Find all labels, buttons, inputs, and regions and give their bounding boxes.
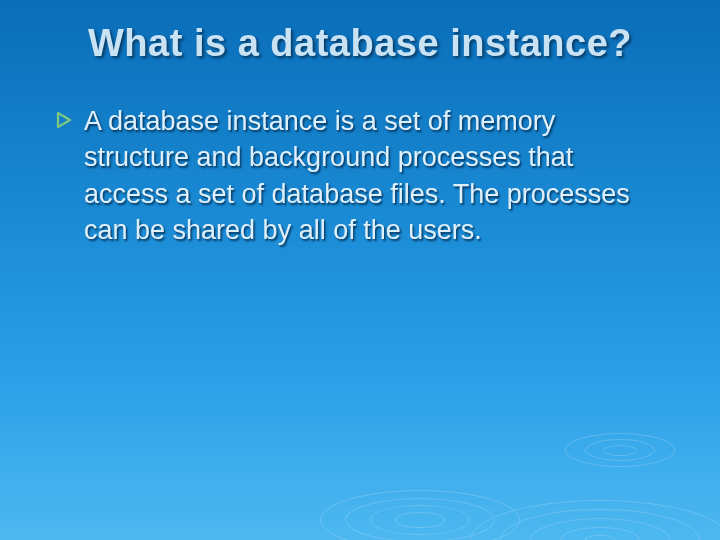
slide-body: A database instance is a set of memory s… bbox=[0, 65, 720, 249]
bullet-item: A database instance is a set of memory s… bbox=[56, 103, 664, 249]
chevron-right-icon bbox=[56, 111, 74, 133]
bullet-text: A database instance is a set of memory s… bbox=[84, 103, 664, 249]
slide-title: What is a database instance? bbox=[0, 0, 720, 65]
